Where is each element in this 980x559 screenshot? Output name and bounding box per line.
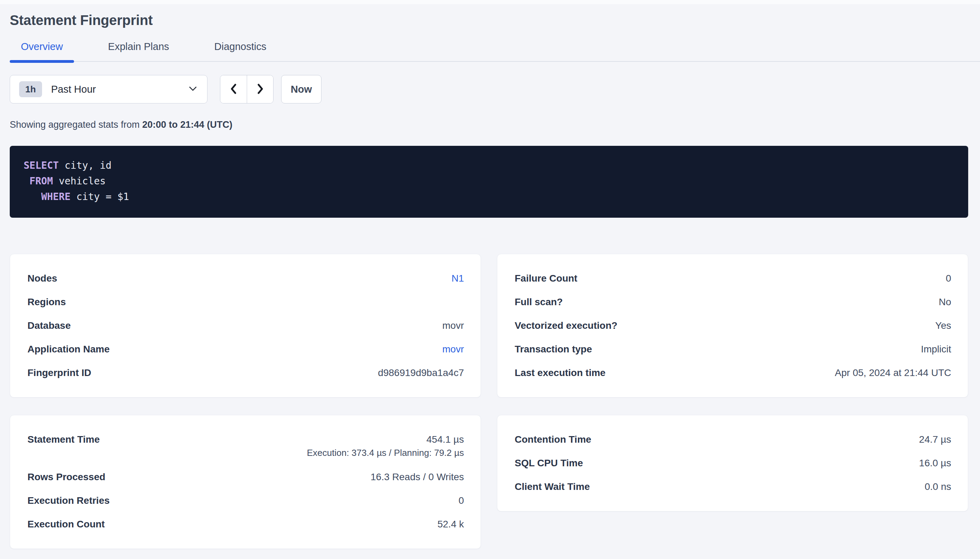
chevron-left-icon [230,83,237,96]
stat-value: Apr 05, 2024 at 21:44 UTC [835,367,951,379]
summary-cards-grid: NodesN1RegionsDatabasemovrApplication Na… [10,254,968,549]
stat-value-wrap: 16.0 µs [919,457,951,470]
stat-row: Application Namemovr [27,337,464,361]
stat-value-wrap: 454.1 µsExecution: 373.4 µs / Planning: … [307,433,464,460]
sql-keyword: SELECT [24,160,59,171]
stat-value: 0 [945,272,951,285]
tab-explain-plans[interactable]: Explain Plans [97,40,180,61]
stat-row: NodesN1 [27,267,464,290]
stat-row: Last execution timeApr 05, 2024 at 21:44… [515,361,951,385]
stat-value-wrap: Apr 05, 2024 at 21:44 UTC [835,367,951,379]
stat-value-wrap: 24.7 µs [919,433,951,446]
stat-label: Failure Count [515,272,591,285]
stat-value-wrap: Yes [935,319,951,332]
timing-stats-card: Statement Time454.1 µsExecution: 373.4 µ… [10,415,481,549]
stat-row: Execution Retries0 [27,489,464,513]
wait-time-stats-card: Contention Time24.7 µsSQL CPU Time16.0 µ… [497,415,968,511]
stat-subvalue: Execution: 373.4 µs / Planning: 79.2 µs [307,446,464,460]
statement-fingerprint-page: Statement Fingerprint OverviewExplain Pl… [0,12,980,549]
stat-row: Full scan?No [515,290,951,314]
stat-value-wrap: 16.3 Reads / 0 Writes [370,471,464,483]
now-button[interactable]: Now [281,75,322,103]
stat-label: Statement Time [27,433,114,446]
stat-label: Full scan? [515,296,577,308]
time-range-value: Past Hour [51,84,96,95]
sql-keyword: WHERE [41,191,71,202]
stat-value: 24.7 µs [919,433,951,446]
stat-label: Nodes [27,272,71,285]
top-strip [0,0,980,4]
sql-statement-box: SELECT city, id FROM vehicles WHERE city… [10,146,968,218]
stat-label: Application Name [27,343,123,356]
stat-value: movr [443,319,464,332]
stat-value-link[interactable]: movr [443,344,464,354]
chevron-right-icon [257,83,264,96]
stat-row: SQL CPU Time16.0 µs [515,452,951,475]
stat-value-wrap: movr [443,343,464,356]
statement-metadata-card: NodesN1RegionsDatabasemovrApplication Na… [10,254,481,397]
sql-keyword: FROM [30,175,53,187]
stat-value: 16.3 Reads / 0 Writes [370,471,464,483]
stat-value-wrap: Implicit [921,343,951,356]
tab-bar: OverviewExplain PlansDiagnostics [10,40,980,62]
stat-label: Client Wait Time [515,481,604,493]
stat-value: Implicit [921,343,951,356]
execution-attributes-card: Failure Count0Full scan?NoVectorized exe… [497,254,968,397]
stat-row: Failure Count0 [515,267,951,290]
stat-row: Execution Count52.4 k [27,513,464,536]
stat-label: Regions [27,296,80,308]
page-title: Statement Fingerprint [10,12,968,28]
stat-value-wrap: N1 [451,272,464,285]
sql-text: city, id [59,160,111,171]
stat-value: Yes [935,319,951,332]
stat-value-wrap: movr [443,319,464,332]
stat-label: SQL CPU Time [515,457,597,470]
stat-value: 16.0 µs [919,457,951,470]
time-range-pager [220,75,274,103]
tab-diagnostics[interactable]: Diagnostics [203,40,278,61]
chevron-down-icon [189,86,197,93]
stat-row: Databasemovr [27,314,464,337]
stat-label: Transaction type [515,343,606,356]
sql-text: vehicles [53,175,106,187]
stat-row: Vectorized execution?Yes [515,314,951,337]
stat-value-wrap: 0 [458,495,464,507]
stat-value: 0.0 ns [925,481,951,493]
stat-row: Statement Time454.1 µsExecution: 373.4 µ… [27,428,464,465]
prev-range-button[interactable] [221,75,247,103]
stat-label: Execution Count [27,518,118,531]
sql-text [24,175,30,187]
sql-text [24,191,41,202]
stat-row: Contention Time24.7 µs [515,428,951,452]
aggregated-stats-text: Showing aggregated stats from 20:00 to 2… [10,119,968,131]
time-controls: 1h Past Hour [10,75,968,103]
stat-value-wrap: 0 [945,272,951,285]
stat-value-wrap: No [939,296,951,308]
stat-label: Database [27,319,85,332]
stat-row: Transaction typeImplicit [515,337,951,361]
stat-value: 454.1 µs [307,433,464,446]
stat-value: 52.4 k [438,518,464,531]
stat-value-wrap: 0.0 ns [925,481,951,493]
stat-value: No [939,296,951,308]
stat-value: d986919d9ba1a4c7 [378,367,464,379]
stat-row: Rows Processed16.3 Reads / 0 Writes [27,465,464,489]
stat-label: Last execution time [515,367,619,379]
stat-value-wrap: 52.4 k [438,518,464,531]
stat-value-link[interactable]: N1 [451,273,464,284]
stat-value-wrap: d986919d9ba1a4c7 [378,367,464,379]
aggregated-stats-range: 20:00 to 21:44 (UTC) [142,119,232,130]
stat-label: Contention Time [515,433,605,446]
stat-row: Client Wait Time0.0 ns [515,475,951,499]
time-range-select[interactable]: 1h Past Hour [10,75,207,103]
stat-row: Fingerprint IDd986919d9ba1a4c7 [27,361,464,385]
sql-text: city = $1 [71,191,129,202]
stat-label: Fingerprint ID [27,367,105,379]
tab-overview[interactable]: Overview [10,40,74,61]
stat-row: Regions [27,290,464,314]
stat-label: Rows Processed [27,471,119,483]
next-range-button[interactable] [247,75,273,103]
stat-value: 0 [458,495,464,507]
stat-label: Vectorized execution? [515,319,632,332]
aggregated-stats-prefix: Showing aggregated stats from [10,119,142,130]
